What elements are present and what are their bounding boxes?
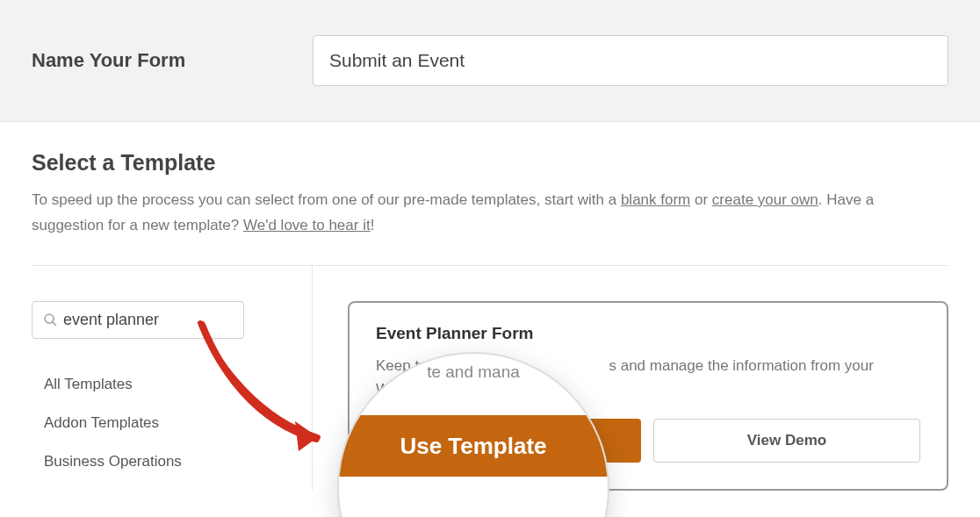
select-template-title: Select a Template <box>32 150 948 176</box>
template-card-event-planner: Event Planner Form Keep track of s and m… <box>348 301 948 491</box>
template-card-title: Event Planner Form <box>376 324 920 343</box>
sidebar-item-all-templates[interactable]: All Templates <box>32 365 277 404</box>
template-sidebar: All Templates Addon Templates Business O… <box>32 266 313 491</box>
template-body: Select a Template To speed up the proces… <box>0 122 980 491</box>
hear-it-link[interactable]: We'd love to hear it <box>243 217 371 233</box>
template-description: To speed up the process you can select f… <box>32 188 948 239</box>
desc-text-1: To speed up the process you can select f… <box>32 191 621 208</box>
svg-line-1 <box>53 321 56 325</box>
desc-text-2: or <box>690 191 712 208</box>
create-own-link[interactable]: create your own <box>712 191 818 208</box>
search-icon <box>43 312 58 327</box>
form-name-input[interactable] <box>313 35 948 86</box>
template-columns: All Templates Addon Templates Business O… <box>32 265 948 491</box>
sidebar-item-addon-templates[interactable]: Addon Templates <box>32 404 277 442</box>
search-input[interactable] <box>63 311 267 329</box>
card-desc-part1: Keep track of <box>376 357 468 374</box>
template-card-desc: Keep track of s and manage the informati… <box>376 354 920 401</box>
name-form-header: Name Your Form <box>0 0 980 122</box>
sidebar-item-business-operations[interactable]: Business Operations <box>32 442 277 481</box>
desc-text-4: ! <box>371 217 375 233</box>
blank-form-link[interactable]: blank form <box>621 191 690 208</box>
view-demo-button[interactable]: View Demo <box>653 419 920 463</box>
use-template-button[interactable]: Use Template <box>376 419 641 463</box>
template-card-buttons: Use Template View Demo <box>376 419 920 463</box>
name-form-label: Name Your Form <box>32 49 313 72</box>
template-main: Event Planner Form Keep track of s and m… <box>313 266 948 491</box>
template-search[interactable] <box>32 301 244 339</box>
